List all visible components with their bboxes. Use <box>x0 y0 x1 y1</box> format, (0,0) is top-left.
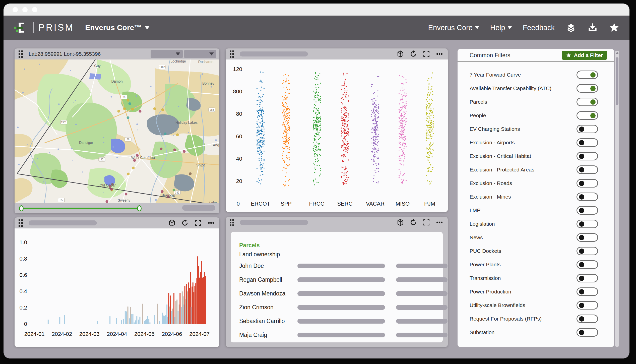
workspace-title-dropdown[interactable]: Enverus Core™ <box>85 23 150 32</box>
toggle-switch[interactable] <box>577 152 598 160</box>
filter-item: PUC Dockets <box>458 244 614 258</box>
filter-item: EV Charging Stations <box>458 122 614 136</box>
svg-text:Brazoria: Brazoria <box>162 193 175 197</box>
toggle-switch[interactable] <box>577 165 598 174</box>
refresh-icon[interactable] <box>410 50 417 58</box>
toggle-switch[interactable] <box>577 328 598 337</box>
toggle-switch[interactable] <box>577 274 598 282</box>
toggle-switch[interactable] <box>577 125 598 133</box>
filter-item: 7 Year Forward Curve <box>458 68 614 82</box>
filter-label: Exclusion - Airports <box>470 140 515 146</box>
filter-label: Parcels <box>470 99 487 105</box>
download-icon[interactable] <box>587 22 598 33</box>
toggle-switch[interactable] <box>577 233 598 242</box>
menu-help[interactable]: Help <box>490 24 512 32</box>
menu-label: Feedback <box>523 24 555 32</box>
more-options-icon[interactable] <box>436 219 443 226</box>
refresh-icon[interactable] <box>181 219 189 227</box>
scroll-up-icon[interactable] <box>616 52 619 54</box>
svg-text:40: 40 <box>236 156 242 162</box>
bar-chart-body[interactable]: 00.20.40.60.81.02024-012024-022024-03202… <box>15 228 219 347</box>
panel-title-placeholder <box>29 220 97 225</box>
drag-handle-icon[interactable] <box>230 50 234 58</box>
menu-enverus-core[interactable]: Enverus Core <box>428 24 479 32</box>
chevron-down-icon <box>209 52 214 55</box>
minimize-window-icon[interactable] <box>22 7 28 12</box>
filters-scrollbar[interactable] <box>615 51 619 347</box>
more-options-icon[interactable] <box>207 219 215 227</box>
map-dropdown-1[interactable] <box>151 50 183 58</box>
toggle-switch[interactable] <box>577 179 598 188</box>
toggle-knob <box>590 99 596 105</box>
toggle-knob <box>579 330 584 335</box>
slider-handle-left[interactable] <box>19 205 24 211</box>
scrollbar-thumb[interactable] <box>616 57 618 105</box>
owner-value-placeholder <box>396 305 448 310</box>
svg-text:Snipe: Snipe <box>196 163 205 167</box>
add-filter-button[interactable]: Add a Filter <box>562 51 607 60</box>
strip-chart-body[interactable]: 120800806040200ERCOTSPPFRCCSERCVACARMISO… <box>226 59 448 212</box>
traffic-lights[interactable] <box>13 7 37 12</box>
more-options-icon[interactable] <box>436 50 443 58</box>
fullscreen-icon[interactable] <box>423 50 430 58</box>
menu-feedback[interactable]: Feedback <box>523 24 555 32</box>
svg-text:PJM: PJM <box>424 201 435 207</box>
toggle-switch[interactable] <box>577 84 598 93</box>
cube-icon[interactable] <box>397 50 404 58</box>
toggle-switch[interactable] <box>577 138 598 147</box>
toggle-switch[interactable] <box>577 98 598 106</box>
svg-text:0.4: 0.4 <box>19 288 27 294</box>
toggle-switch[interactable] <box>577 287 598 296</box>
maximize-window-icon[interactable] <box>32 7 37 12</box>
fullscreen-icon[interactable] <box>423 219 430 226</box>
svg-text:ERCOT: ERCOT <box>251 201 270 207</box>
slider-handle-right[interactable] <box>137 205 142 211</box>
common-filters-panel: Common Filters Add a Filter 7 Year Forwa… <box>458 49 614 347</box>
map-range-slider[interactable] <box>21 208 140 209</box>
app-name: PRISM <box>38 22 74 33</box>
owner-row: Zion Crimson <box>239 304 438 311</box>
filter-item: Parcels <box>458 95 614 109</box>
svg-text:2024-01: 2024-01 <box>24 331 45 337</box>
toggle-switch[interactable] <box>577 220 598 228</box>
menu-label: Help <box>490 24 505 32</box>
svg-text:2024-03: 2024-03 <box>79 331 100 337</box>
header-menu: Enverus Core Help Feedback <box>428 22 619 33</box>
refresh-icon[interactable] <box>410 219 417 226</box>
map-canvas[interactable]: 146236130136130133235288GuyDamonLochridg… <box>15 59 219 203</box>
filter-item: Exclusion - Critical Habitat <box>458 149 614 163</box>
toggle-switch[interactable] <box>577 193 598 201</box>
toggle-switch[interactable] <box>577 111 598 120</box>
star-icon[interactable] <box>609 22 619 33</box>
toggle-switch[interactable] <box>577 301 598 310</box>
owner-name: Zion Crimson <box>239 304 294 311</box>
toggle-switch[interactable] <box>577 71 598 79</box>
drag-handle-icon[interactable] <box>19 219 23 227</box>
toggle-knob <box>579 289 584 294</box>
map-dropdown-2[interactable] <box>184 50 216 58</box>
filter-item: Exclusion - Roads <box>458 176 614 190</box>
owner-row: Sebastian Carrillo <box>239 317 438 325</box>
toggle-knob <box>590 113 596 118</box>
map-footer-placeholder <box>182 205 215 211</box>
toggle-switch[interactable] <box>577 315 598 323</box>
close-window-icon[interactable] <box>13 7 18 12</box>
owner-value-placeholder <box>297 264 385 268</box>
toggle-switch[interactable] <box>577 247 598 255</box>
filter-label: Request For Proposals (RFPs) <box>470 316 542 322</box>
fullscreen-icon[interactable] <box>194 219 202 227</box>
toggle-switch[interactable] <box>577 206 598 215</box>
drag-handle-icon[interactable] <box>19 50 23 58</box>
svg-text:Bonney: Bonney <box>202 81 214 85</box>
filter-list: 7 Year Forward CurveAvailable Transfer C… <box>458 63 614 347</box>
cube-icon[interactable] <box>168 219 176 227</box>
toggle-switch[interactable] <box>577 260 598 269</box>
toggle-knob <box>590 72 596 78</box>
filter-item: Power Production <box>458 285 614 298</box>
layers-icon[interactable] <box>566 22 576 33</box>
filter-item: Available Transfer Capability (ATC) <box>458 82 614 95</box>
brand-divider <box>33 22 34 33</box>
cube-icon[interactable] <box>397 219 404 226</box>
app-window: PRISM Enverus Core™ Enverus Core Help Fe… <box>4 4 629 358</box>
drag-handle-icon[interactable] <box>230 219 234 226</box>
